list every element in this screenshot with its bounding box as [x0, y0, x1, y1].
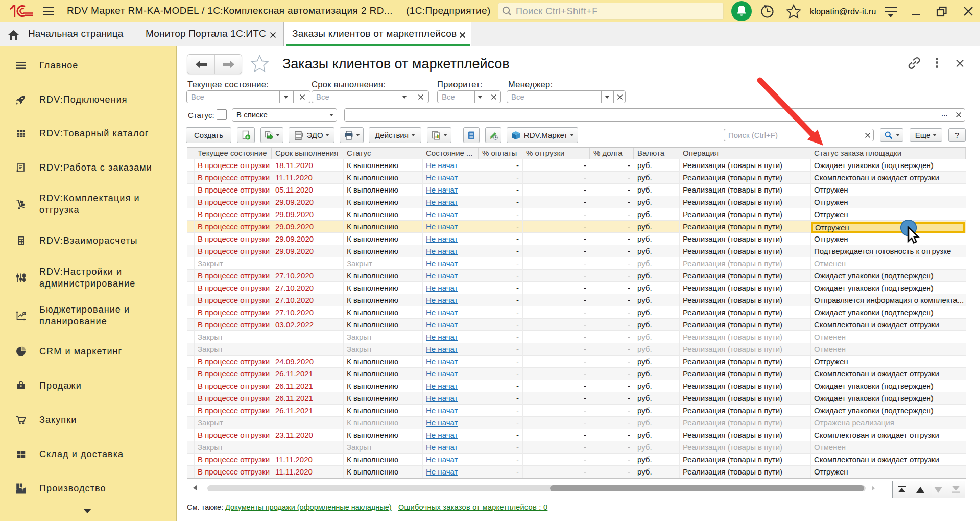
svg-text:Р: Р: [24, 312, 26, 315]
